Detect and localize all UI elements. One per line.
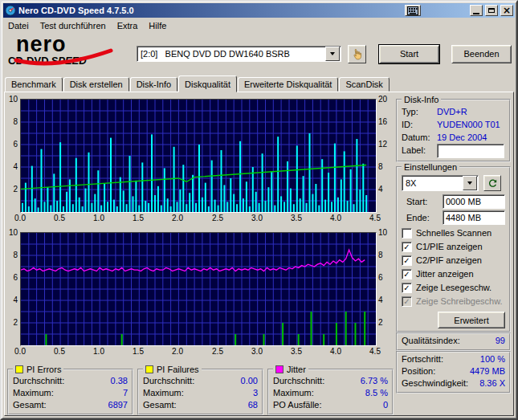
y-axis-right-tick: 8	[378, 163, 383, 171]
eject-button[interactable]	[348, 45, 366, 63]
disk-label-label: Label:	[402, 144, 437, 158]
nero-logo: nero CD·DVDSPEED	[6, 35, 128, 73]
y-axis-right-tick: 10	[378, 229, 387, 237]
x-axis-tick: 0.0	[12, 348, 28, 356]
y-axis-left-tick: 2	[7, 186, 18, 194]
titlebar-extra-button[interactable]	[405, 5, 421, 16]
maximize-icon	[488, 8, 495, 13]
checkbox-box[interactable]	[402, 228, 412, 239]
end-position-input[interactable]	[443, 210, 505, 225]
menubar: DateiTest durchführenExtraHilfe	[2, 18, 516, 33]
checkbox-c2-pif-anzeigen[interactable]: ✓C2/PIF anzeigen	[402, 254, 505, 267]
drive-select[interactable]: [2:0] BENQ DVD DD DW1640 BSRB	[137, 46, 341, 62]
stat-value: 3	[253, 387, 258, 399]
disk-info-label: Typ:	[402, 105, 437, 118]
tab-scandisk[interactable]: ScanDisk	[339, 77, 389, 92]
tab-disk-info[interactable]: Disk-Info	[130, 77, 177, 92]
menu-datei[interactable]: Datei	[2, 19, 35, 32]
chevron-down-icon[interactable]	[463, 176, 477, 190]
y-axis-left-tick: 10	[7, 229, 18, 237]
window-title: Nero CD-DVD Speed 4.7.5.0	[18, 6, 402, 15]
minimize-button[interactable]	[470, 5, 483, 16]
disk-info-label: Datum:	[402, 131, 437, 144]
y-axis-left-tick: 2	[7, 319, 18, 327]
menu-test-durchf-hren[interactable]: Test durchführen	[35, 19, 112, 32]
x-axis-tick: 2.0	[169, 214, 186, 222]
app-window: Nero CD-DVD Speed 4.7.5.0 × DateiTest du…	[0, 0, 518, 420]
checkbox-zeige-schreibgeschw[interactable]: ✓Zeige Schreibgeschw.	[402, 295, 505, 308]
stats-panel-title: PI Errors	[13, 365, 63, 374]
close-button[interactable]: ×	[500, 5, 513, 16]
chevron-down-icon[interactable]	[325, 47, 340, 61]
tab-benchmark[interactable]: Benchmark	[5, 77, 63, 92]
stat-label: Durchschnitt:	[143, 375, 194, 387]
minimize-icon	[473, 13, 479, 14]
legend-color-swatch	[15, 365, 23, 373]
start-button[interactable]: Start	[379, 45, 439, 63]
pi-errors-chart: 246810481216200.00.51.01.52.02.53.03.54.…	[7, 99, 393, 224]
checkbox-label: Zeige Schreibgeschw.	[416, 296, 503, 306]
tab-erweiterte-diskqualit-t[interactable]: Erweiterte Diskqualität	[238, 77, 338, 92]
advanced-button[interactable]: Erweitert	[438, 312, 505, 328]
stat-value: 6.73 %	[361, 375, 388, 387]
x-axis-tick: 1.0	[91, 214, 107, 222]
disk-info-title: Disk-Info	[402, 95, 441, 104]
x-axis-tick: 3.5	[288, 348, 304, 356]
legend-color-swatch	[145, 365, 153, 373]
checkbox-c1-pie-anzeigen[interactable]: ✓C1/PIE anzeigen	[402, 240, 505, 253]
checkbox-box[interactable]: ✓	[402, 296, 412, 307]
disk-label-input[interactable]	[437, 144, 504, 158]
x-axis-tick: 3.5	[288, 214, 304, 222]
progress-value: 8.36 X	[479, 377, 505, 389]
maximize-button[interactable]	[485, 5, 498, 16]
close-icon: ×	[503, 6, 511, 14]
checkbox-schnelles-scannen[interactable]: Schnelles Scannen	[402, 226, 505, 239]
checkbox-box[interactable]: ✓	[402, 242, 412, 252]
menu-hilfe[interactable]: Hilfe	[143, 19, 172, 32]
side-panel: Disk-Info Typ:DVD+RID:YUDEN000 T01Datum:…	[396, 95, 511, 413]
y-axis-right-tick: 8	[378, 251, 383, 259]
quit-button[interactable]: Beenden	[451, 45, 512, 63]
x-axis-tick: 1.5	[130, 214, 146, 222]
y-axis-left-tick: 10	[7, 96, 18, 104]
titlebar[interactable]: Nero CD-DVD Speed 4.7.5.0 ×	[3, 3, 515, 18]
start-position-input[interactable]	[443, 194, 505, 209]
start-position-label: Start:	[406, 194, 427, 209]
x-axis-tick: 2.5	[210, 348, 226, 356]
checkbox-box[interactable]: ✓	[402, 283, 412, 293]
x-axis-tick: 3.0	[249, 348, 265, 356]
quality-index-label: Qualitätsindex:	[402, 335, 460, 347]
tab-diskqualit-t[interactable]: Diskqualität	[178, 75, 237, 92]
checkbox-box[interactable]: ✓	[402, 269, 412, 279]
progress-label: Fortschritt:	[402, 353, 443, 365]
checkbox-zeige-lesegeschw[interactable]: ✓Zeige Lesegeschw.	[402, 281, 505, 294]
progress-group: Fortschritt:100 %Position:4479 MBGeschwi…	[396, 351, 511, 393]
progress-value: 4479 MB	[470, 365, 505, 377]
keyboard-icon	[407, 6, 418, 15]
stat-label: Gesamt:	[143, 399, 177, 411]
stat-value: 7	[123, 387, 128, 399]
speed-select[interactable]: 8X	[402, 175, 479, 191]
x-axis-tick: 1.0	[91, 348, 107, 356]
legend-color-swatch	[275, 365, 283, 373]
y-axis-right-tick: 2	[378, 319, 383, 327]
hand-icon	[351, 48, 363, 60]
stats-panel-title: Jitter	[273, 365, 308, 374]
settings-title: Einstellungen	[402, 162, 459, 172]
stat-label: Gesamt:	[13, 399, 47, 411]
chart-plot-area	[20, 232, 377, 346]
checkbox-box[interactable]: ✓	[402, 255, 412, 266]
refresh-button[interactable]	[483, 175, 501, 191]
checkbox-jitter-anzeigen[interactable]: ✓Jitter anzeigen	[402, 267, 505, 280]
tab-disk-erstellen[interactable]: Disk erstellen	[63, 77, 129, 92]
stats-panel-title: PI Failures	[143, 365, 202, 374]
y-axis-right-tick: 12	[378, 141, 387, 149]
tabstrip: BenchmarkDisk erstellenDisk-InfoDiskqual…	[2, 75, 516, 92]
x-axis-tick: 4.0	[328, 348, 344, 356]
x-axis-tick: 2.5	[210, 214, 226, 222]
menu-extra[interactable]: Extra	[112, 19, 144, 32]
refresh-icon	[487, 178, 498, 189]
y-axis-left-tick: 4	[7, 163, 18, 171]
disc-quality-tab-page: 246810481216200.00.51.01.52.02.53.03.54.…	[4, 92, 514, 416]
y-axis-left-tick: 6	[7, 274, 18, 282]
